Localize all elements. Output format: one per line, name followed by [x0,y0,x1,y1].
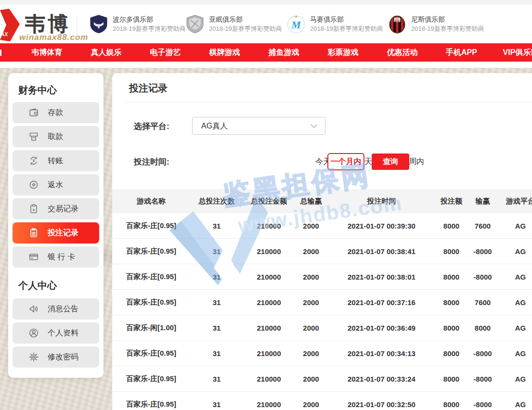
sponsor-subtitle: 2018-19新赛季博彩赞助商 [310,24,383,33]
cell-total-winloss: 2000 [295,375,327,383]
cell-total-amount: 210000 [243,400,295,409]
sponsor-bordeaux: 波尔多俱乐部 2018-19新赛季博彩赞助商 [89,14,186,34]
nav-item-mobile-app[interactable]: 手机APP [432,43,491,62]
cell-bet-time: 2021-01-07 00:36:49 [327,324,436,332]
screen: AX 韦博 winamax88.com 波尔多俱乐部 2018-19新赛季博彩赞… [0,0,532,410]
svg-text:¥: ¥ [33,208,35,212]
platform-filter-row: 选择平台: AG真人 [112,117,532,135]
sidebar-item-label: 修改密码 [48,352,78,362]
finance-center-heading: 财务中心 [18,84,57,97]
cell-winloss: -8000 [467,400,498,409]
sidebar-item-label: 消息公告 [48,304,78,314]
sponsor-name: 尼斯俱乐部 [411,15,484,24]
time-filter-row: 投注时间: 今天 三天内 一周内 一个月内 查询 [112,153,532,170]
cell-game-name: 百家乐-庄[0.95] [112,298,190,307]
table-row: 百家乐-闲[1.00] 31 210000 2000 2021-01-07 00… [112,315,532,341]
sidebar-item-profile[interactable]: 个人资料 [13,322,99,344]
sidebar: 财务中心 存款 取款 [8,73,104,378]
cell-total-bets: 31 [190,349,243,358]
svg-text:AX: AX [0,31,8,37]
cell-bet-time: 2021-01-07 00:37:16 [327,298,436,307]
sidebar-item-rebate[interactable]: 返水 [13,174,99,195]
cell-total-amount: 210000 [243,298,295,307]
sidebar-item-label: 转账 [48,156,63,166]
cell-bet-amount: 8000 [436,349,467,358]
nav-item-fishing[interactable]: 捕鱼游戏 [254,43,313,62]
cell-game-name: 百家乐-庄[0.95] [112,272,190,282]
table-row: 百家乐-庄[0.95] 31 210000 2000 2021-01-07 00… [112,239,532,264]
amiens-club-badge-icon [185,14,205,34]
cell-winloss: 7600 [467,222,498,230]
cell-total-amount: 210000 [243,349,295,358]
sidebar-item-transfer[interactable]: ¥ 转账 [13,150,99,171]
sidebar-item-deposit[interactable]: 存款 [13,102,99,123]
sponsor-name: 马赛俱乐部 [310,15,383,24]
nav-item-vip-club[interactable]: VIP俱乐部 [491,43,532,62]
sidebar-item-label: 交易记录 [48,204,78,214]
page-title: 投注记录 [129,82,168,95]
sponsor-subtitle: 2018-19新赛季博彩赞助商 [209,24,282,33]
search-button[interactable]: 查询 [372,154,409,170]
transfer-icon: ¥ [28,155,39,167]
cell-total-amount: 210000 [243,273,295,281]
table-row: 百家乐-庄[0.95] 31 210000 2000 2021-01-07 00… [112,264,532,290]
cell-total-bets: 31 [190,298,243,307]
bet-time-label: 投注时间: [134,156,169,167]
cell-platform: AG [498,375,532,383]
bank-card-icon [28,251,39,263]
table-row: 百家乐-庄[0.95] 31 210000 2000 2021-01-07 00… [112,392,532,410]
sidebar-item-label: 个人资料 [48,328,78,338]
cell-platform: AG [498,222,532,230]
sidebar-item-label: 银 行 卡 [48,252,75,262]
cell-platform: AG [498,247,532,256]
time-option-one-month-selected[interactable]: 一个月内 [327,153,364,170]
cell-platform: AG [498,324,532,332]
rebate-coin-icon [28,179,39,191]
cell-bet-time: 2021-01-07 00:38:41 [327,247,436,256]
cell-total-bets: 31 [190,324,243,332]
platform-select[interactable]: AG真人 [192,117,325,135]
transaction-record-icon: ¥ [28,203,39,215]
nav-item-sports[interactable]: 韦博体育 [17,43,77,62]
cell-total-winloss: 2000 [295,349,327,358]
cell-bet-amount: 8000 [436,324,467,332]
cell-bet-time: 2021-01-07 00:33:24 [327,375,436,383]
title-divider [125,102,532,102]
sidebar-item-change-password[interactable]: 修改密码 [13,346,99,368]
nav-item-live-casino[interactable]: 真人娱乐 [77,43,136,62]
cell-bet-amount: 8000 [436,222,467,230]
cell-total-bets: 31 [190,273,243,281]
nav-item-slots[interactable]: 电子游艺 [136,43,195,62]
cell-total-winloss: 2000 [295,324,327,332]
sidebar-item-withdraw[interactable]: 取款 [13,126,99,147]
cell-bet-amount: 8000 [436,273,467,281]
password-gear-icon [28,351,39,363]
col-bet-time: 投注时间 [327,197,436,206]
cell-total-amount: 210000 [243,222,295,230]
cell-game-name: 百家乐-庄[0.95] [112,374,190,384]
sponsor-name: 亚眠俱乐部 [209,15,282,24]
nav-item-promotions[interactable]: 优惠活动 [373,43,432,62]
winamax-emblem-icon: AX [0,9,20,41]
nav-item-lottery[interactable]: 彩票游戏 [313,43,373,62]
sidebar-item-bank-card[interactable]: 银 行 卡 [13,246,99,268]
nav-item-board-games[interactable]: 棋牌游戏 [195,43,254,62]
sidebar-item-label: 取款 [48,132,63,142]
cell-total-winloss: 2000 [295,222,327,230]
sponsor-subtitle: 2018-19新赛季博彩赞助商 [411,24,484,33]
svg-text:NICE: NICE [395,20,400,22]
sidebar-item-announcements[interactable]: 消息公告 [13,298,99,320]
bet-records-table: 游戏名称 总投注次数 总投注金额 总输赢 投注时间 投注额 输赢 游戏平台 百家… [112,189,532,410]
sidebar-item-bet-records[interactable]: 投注记录 [13,222,99,243]
sidebar-item-transaction-records[interactable]: ¥ 交易记录 [13,198,99,219]
cell-game-name: 百家乐-庄[0.95] [112,400,190,409]
cell-total-bets: 31 [190,400,243,409]
chevron-down-icon [311,124,317,128]
cell-total-bets: 31 [190,375,243,383]
cell-game-name: 百家乐-庄[0.95] [112,349,190,358]
site-logo[interactable]: AX 韦博 winamax88.com [0,8,77,41]
cell-total-amount: 210000 [243,375,295,383]
top-strip [0,0,532,5]
sidebar-item-label: 投注记录 [48,228,78,238]
col-platform: 游戏平台 [498,197,532,206]
